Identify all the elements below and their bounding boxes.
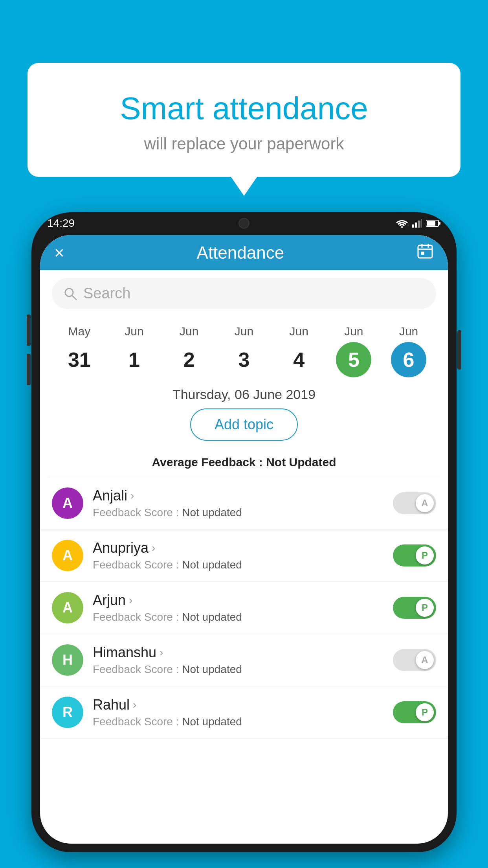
toggle-knob: P [416,599,434,617]
student-item[interactable]: HHimanshu ›Feedback Score : Not updatedA [40,634,448,686]
phone-screen: × Attendance Sear [40,235,448,844]
student-info: Himanshu ›Feedback Score : Not updated [93,644,383,676]
calendar-day[interactable]: Jun5 [336,325,371,377]
student-score: Feedback Score : Not updated [93,663,383,676]
wifi-icon [396,219,408,228]
student-item[interactable]: AAnjali ›Feedback Score : Not updatedA [40,477,448,530]
phone-container: 14:29 [31,212,457,852]
chevron-icon: › [133,699,136,711]
attendance-toggle[interactable]: P [393,597,436,619]
toggle-switch[interactable]: P [393,701,436,723]
student-item[interactable]: AAnupriya ›Feedback Score : Not updatedP [40,530,448,582]
calendar-date-number: 31 [62,342,97,377]
toggle-knob: P [416,703,434,721]
toggle-knob: A [416,651,434,669]
attendance-toggle[interactable]: P [393,701,436,723]
score-value: Not updated [182,611,242,623]
calendar-date-number: 5 [336,342,371,377]
signal-icon [412,219,422,228]
student-name: Anupriya › [93,540,383,556]
volume-up-button [27,314,31,346]
svg-rect-7 [439,222,440,225]
calendar-month-label: Jun [180,325,198,338]
student-list: AAnjali ›Feedback Score : Not updatedAAA… [40,477,448,739]
search-bar[interactable]: Search [52,278,436,309]
calendar-day[interactable]: Jun2 [171,325,207,377]
student-info: Anjali ›Feedback Score : Not updated [93,487,383,519]
student-score: Feedback Score : Not updated [93,559,383,571]
svg-rect-12 [421,252,424,255]
app-title: Attendance [197,243,284,263]
student-avatar: A [52,487,83,519]
score-value: Not updated [182,559,242,571]
calendar-day[interactable]: Jun3 [226,325,262,377]
student-name: Himanshu › [93,644,383,661]
calendar-day[interactable]: Jun6 [391,325,426,377]
svg-rect-1 [412,224,414,228]
student-score: Feedback Score : Not updated [93,715,383,728]
toggle-switch[interactable]: A [393,649,436,671]
student-name: Rahul › [93,697,383,713]
attendance-toggle[interactable]: P [393,544,436,566]
svg-rect-6 [427,221,435,226]
avg-feedback-label: Average Feedback : [152,456,266,469]
speech-bubble-container: Smart attendance will replace your paper… [28,63,460,177]
speech-bubble-subtitle: will replace your paperwork [51,134,437,153]
calendar-day[interactable]: May31 [62,325,97,377]
toggle-switch[interactable]: P [393,597,436,619]
calendar-month-label: May [68,325,91,338]
calendar-month-label: Jun [399,325,418,338]
svg-rect-8 [418,245,432,258]
student-score: Feedback Score : Not updated [93,611,383,623]
student-info: Anupriya ›Feedback Score : Not updated [93,540,383,571]
toggle-knob: P [416,546,434,565]
student-info: Rahul ›Feedback Score : Not updated [93,697,383,728]
add-topic-button[interactable]: Add topic [190,408,298,441]
toggle-switch[interactable]: A [393,492,436,514]
status-time: 14:29 [47,217,75,230]
calendar-day[interactable]: Jun1 [117,325,152,377]
calendar-month-label: Jun [235,325,253,338]
attendance-toggle[interactable]: A [393,649,436,671]
student-avatar: A [52,540,83,571]
search-placeholder: Search [83,285,130,302]
avg-feedback: Average Feedback : Not Updated [40,456,448,477]
attendance-toggle[interactable]: A [393,492,436,514]
calendar-button[interactable] [416,242,434,263]
svg-rect-4 [421,219,422,228]
score-value: Not updated [182,663,242,675]
calendar-month-label: Jun [125,325,143,338]
calendar-date-number: 1 [117,342,152,377]
calendar-icon [416,242,434,259]
front-camera [238,218,250,229]
calendar-date-number: 3 [226,342,262,377]
student-score: Feedback Score : Not updated [93,506,383,519]
student-avatar: A [52,592,83,623]
student-name: Arjun › [93,592,383,609]
close-button[interactable]: × [54,243,64,263]
power-button [457,330,461,370]
chevron-icon: › [160,646,163,659]
selected-date-label: Thursday, 06 June 2019 [40,377,448,408]
calendar-day[interactable]: Jun4 [281,325,317,377]
app-header: × Attendance [40,235,448,270]
student-item[interactable]: RRahul ›Feedback Score : Not updatedP [40,686,448,739]
svg-line-14 [72,296,76,300]
phone-notch [209,212,279,232]
student-info: Arjun ›Feedback Score : Not updated [93,592,383,623]
svg-rect-3 [418,221,420,228]
score-value: Not updated [182,506,242,519]
calendar-date-number: 6 [391,342,426,377]
search-icon [64,287,77,300]
chevron-icon: › [129,594,132,607]
calendar-date-number: 4 [281,342,317,377]
chevron-icon: › [130,489,134,502]
student-avatar: R [52,697,83,728]
calendar-month-label: Jun [289,325,308,338]
calendar-strip: May31Jun1Jun2Jun3Jun4Jun5Jun6 [40,317,448,377]
speech-bubble: Smart attendance will replace your paper… [28,63,460,177]
chevron-icon: › [152,542,155,554]
toggle-knob: A [416,494,434,512]
student-item[interactable]: AArjun ›Feedback Score : Not updatedP [40,582,448,634]
toggle-switch[interactable]: P [393,544,436,566]
